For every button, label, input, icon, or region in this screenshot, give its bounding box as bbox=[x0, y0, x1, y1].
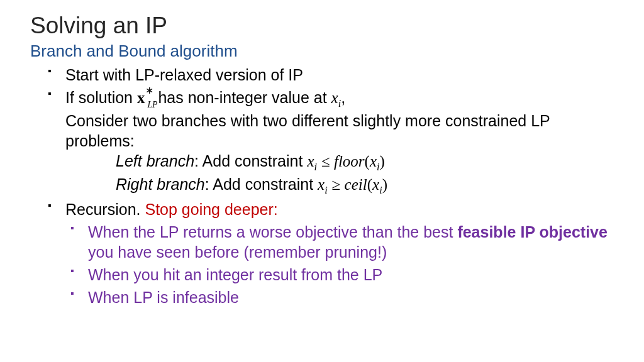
left-branch-line: Left branch: Add constraint xi ≤ floor(x… bbox=[116, 151, 614, 174]
right-branch-label: Right branch bbox=[116, 175, 205, 193]
i-sub: i bbox=[325, 185, 328, 196]
slide-subtitle: Branch and Bound algorithm bbox=[30, 41, 614, 61]
ge: ≥ bbox=[332, 176, 341, 193]
i-sub: i bbox=[314, 162, 317, 173]
text: you have seen before (remember pruning!) bbox=[88, 243, 387, 261]
feasible-ip-bold: feasible IP objective bbox=[457, 223, 608, 241]
text: : Add constraint bbox=[205, 175, 318, 193]
rparen: ) bbox=[382, 176, 387, 193]
stop-text: Stop going deeper: bbox=[145, 200, 277, 218]
le: ≤ bbox=[321, 153, 330, 170]
text: If solution bbox=[65, 89, 137, 106]
lparen: ( bbox=[367, 176, 372, 193]
sub-bullet-worse-obj: When the LP returns a worse objective th… bbox=[88, 222, 614, 262]
left-branch-label: Left branch bbox=[116, 152, 194, 170]
star-sup: ∗ bbox=[145, 84, 153, 97]
xi-var: xi bbox=[370, 153, 380, 170]
xi-var: xi bbox=[318, 176, 328, 193]
le-op: ≤ bbox=[321, 153, 334, 170]
text: : Add constraint bbox=[194, 152, 307, 170]
lparen: ( bbox=[365, 153, 370, 170]
text: Recursion. bbox=[65, 200, 145, 218]
text: , bbox=[341, 89, 345, 106]
right-branch-line: Right branch: Add constraint xi ≥ ceil(x… bbox=[116, 174, 614, 197]
xi-var: xi bbox=[331, 89, 341, 106]
bullet-recursion: Recursion. Stop going deeper: When the L… bbox=[65, 199, 614, 307]
x-star-lp: x∗LP bbox=[137, 88, 154, 108]
text: When LP is infeasible bbox=[88, 288, 239, 306]
bullet-if-solution: If solution x∗LP has non-integer value a… bbox=[65, 87, 614, 197]
sub-bullet-infeasible: When LP is infeasible bbox=[88, 287, 614, 307]
rparen: ) bbox=[380, 153, 385, 170]
sub-bullet-integer: When you hit an integer result from the … bbox=[88, 265, 614, 285]
xi-var: xi bbox=[307, 153, 317, 170]
floor-fn: floor bbox=[334, 153, 365, 170]
x: x bbox=[331, 89, 338, 106]
lp-sub: LP bbox=[147, 99, 157, 111]
ge-op: ≥ bbox=[332, 176, 345, 193]
x-bold: x bbox=[137, 89, 145, 106]
bullet-list: Start with LP-relaxed version of IP If s… bbox=[30, 65, 614, 307]
branches-intro: Consider two branches with two different… bbox=[65, 111, 614, 151]
text: Start with LP-relaxed version of IP bbox=[65, 66, 303, 84]
x: x bbox=[307, 153, 314, 170]
bullet-start-lp: Start with LP-relaxed version of IP bbox=[65, 65, 614, 85]
ceil-fn: ceil bbox=[345, 176, 367, 193]
text: When you hit an integer result from the … bbox=[88, 266, 382, 283]
x: x bbox=[372, 176, 379, 193]
text: When the LP returns a worse objective th… bbox=[88, 223, 457, 241]
slide: Solving an IP Branch and Bound algorithm… bbox=[0, 0, 644, 362]
x: x bbox=[318, 176, 325, 193]
x: x bbox=[370, 153, 377, 170]
sub-bullet-list: When the LP returns a worse objective th… bbox=[65, 222, 614, 307]
text: has non-integer value at bbox=[153, 89, 331, 106]
slide-title: Solving an IP bbox=[30, 13, 614, 39]
xi-var: xi bbox=[372, 176, 382, 193]
